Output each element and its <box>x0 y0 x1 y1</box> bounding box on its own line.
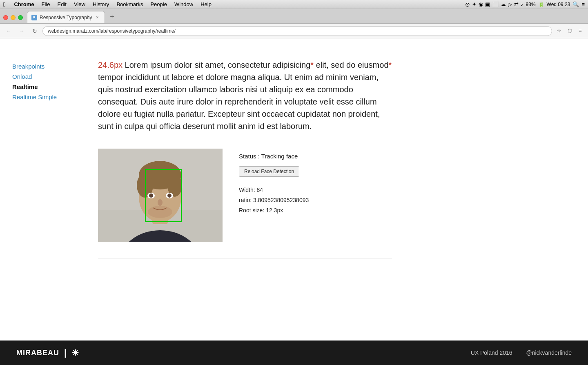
close-window-button[interactable] <box>3 15 8 20</box>
face-info-panel: Status : Tracking face Reload Face Detec… <box>239 149 309 216</box>
tab-close-button[interactable]: × <box>95 15 100 20</box>
window-controls <box>3 15 23 20</box>
sidebar-item-realtime[interactable]: Realtime <box>12 83 78 90</box>
menu-addr-icon[interactable]: ≡ <box>576 27 585 36</box>
article-text-part2: elit, sed do eiusmod <box>314 60 388 69</box>
browser-content: Breakpoints Onload Realtime Realtime Sim… <box>0 38 588 316</box>
tab-favicon: R <box>31 15 37 20</box>
menu-file[interactable]: File <box>38 1 54 7</box>
tabbar: R Responsive Typography × + <box>0 9 588 24</box>
bookmark-icon[interactable]: ☆ <box>555 27 564 36</box>
addressbar: ← → ↻ webdesign.maratz.com/lab/responsiv… <box>0 24 588 38</box>
face-data-panel: Width: 84 ratio: 3.8095238095238093 Root… <box>239 185 309 216</box>
sidebar-item-breakpoints[interactable]: Breakpoints <box>12 63 78 70</box>
active-tab[interactable]: R Responsive Typography × <box>27 11 105 23</box>
speaker-icon: ♪ <box>521 1 523 7</box>
datetime-label: Wed 09:23 <box>547 2 570 7</box>
battery-label: 93% <box>526 2 536 7</box>
arrows-icon: ⇄ <box>514 1 519 7</box>
font-size-label: 24.6px <box>98 60 122 69</box>
wifi-icon: ⊙ <box>465 1 470 8</box>
menu-window[interactable]: Window <box>171 1 197 7</box>
footer-twitter: @nickvanderlinde <box>526 349 572 356</box>
asterisk-2: * <box>389 60 392 69</box>
cast-icon: ▣ <box>485 1 490 7</box>
menubar:  Chrome File Edit View History Bookmark… <box>0 0 588 9</box>
sidebar-nav: Breakpoints Onload Realtime Realtime Sim… <box>0 38 90 316</box>
article-text-part1: Lorem ipsum dolor sit amet, consectetur … <box>122 60 310 69</box>
cast-addr-icon[interactable]: ⬡ <box>565 27 574 36</box>
reload-button[interactable]: ↻ <box>29 26 40 36</box>
url-text: webdesign.maratz.com/lab/responsivetypog… <box>48 28 176 34</box>
face-ratio: ratio: 3.8095238095238093 <box>239 195 309 205</box>
face-width: Width: 84 <box>239 185 309 195</box>
menu-bookmarks[interactable]: Bookmarks <box>113 1 147 7</box>
back-button[interactable]: ← <box>3 26 14 36</box>
footer-separator: | <box>64 347 67 358</box>
menubar-right: ⊙ ✦ ◉ ▣ ⬜ ☁ ▷ ⇄ ♪ 93% 🔋 Wed 09:23 🔍 ≡ <box>465 1 585 8</box>
video-feed <box>98 149 223 242</box>
address-bar[interactable]: webdesign.maratz.com/lab/responsivetypog… <box>42 26 552 36</box>
asterisk-1: * <box>310 60 314 69</box>
reload-face-detection-button[interactable]: Reload Face Detection <box>239 166 299 177</box>
menu-help[interactable]: Help <box>197 1 215 7</box>
menu-history[interactable]: History <box>89 1 113 7</box>
dropbox-icon: ✦ <box>472 1 477 7</box>
person-background <box>98 149 223 242</box>
screen-icon: ⬜ <box>492 1 499 7</box>
network-icon: ☁ <box>501 1 506 7</box>
face-detection-section: Status : Tracking face Reload Face Detec… <box>98 149 392 242</box>
new-tab-button[interactable]: + <box>107 11 118 22</box>
footer-logo-text: MIRABEAU <box>16 349 59 357</box>
article-paragraph: 24.6px Lorem ipsum dolor sit amet, conse… <box>98 59 392 132</box>
maximize-window-button[interactable] <box>18 15 23 20</box>
chrome-icon: ◉ <box>479 1 483 7</box>
menu-items: Chrome File Edit View History Bookmarks … <box>10 1 215 7</box>
minimize-window-button[interactable] <box>11 15 16 20</box>
main-article: 24.6px Lorem ipsum dolor sit amet, conse… <box>90 38 588 316</box>
menu-edit[interactable]: Edit <box>54 1 70 7</box>
face-bounding-box <box>145 169 182 222</box>
menu-view[interactable]: View <box>70 1 89 7</box>
sidebar-item-realtime-simple[interactable]: Realtime Simple <box>12 93 78 100</box>
volume-icon: ▷ <box>508 1 512 7</box>
search-icon[interactable]: 🔍 <box>572 1 579 7</box>
face-root-size: Root size: 12.3px <box>239 205 309 216</box>
battery-icon: 🔋 <box>538 2 544 7</box>
sidebar-item-onload[interactable]: Onload <box>12 73 78 80</box>
footer: MIRABEAU | ✳ UX Poland 2016 @nickvanderl… <box>0 341 588 365</box>
footer-event: UX Poland 2016 <box>471 349 512 356</box>
article-text-part3: tempor incididunt ut labore et dolore ma… <box>98 73 380 131</box>
menu-people[interactable]: People <box>147 1 170 7</box>
footer-logo: MIRABEAU | ✳ <box>16 347 79 358</box>
address-icons: ☆ ⬡ ≡ <box>555 27 585 36</box>
tab-title: Responsive Typography <box>40 15 92 20</box>
menu-chrome[interactable]: Chrome <box>10 1 38 7</box>
apple-menu[interactable]:  <box>3 1 5 8</box>
face-status-text: Status : Tracking face <box>239 153 309 160</box>
menubar-icons: ⊙ ✦ ◉ ▣ ⬜ ☁ ▷ ⇄ ♪ <box>465 1 523 8</box>
footer-right: UX Poland 2016 @nickvanderlinde <box>459 349 572 356</box>
section-divider <box>98 258 392 258</box>
list-icon[interactable]: ≡ <box>581 1 585 7</box>
forward-button[interactable]: → <box>16 26 27 36</box>
footer-snowflake-icon: ✳ <box>72 348 79 358</box>
